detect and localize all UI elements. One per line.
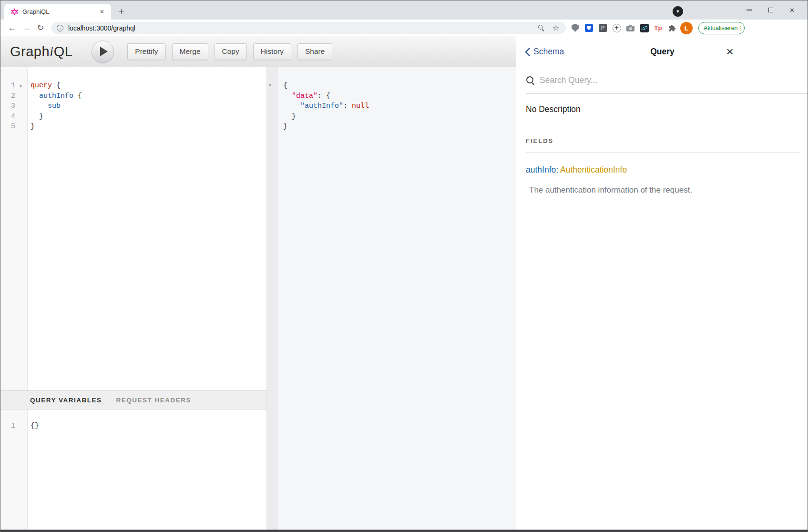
graphiql-topbar: GraphiQL Prettify Merge Copy History Sha… xyxy=(0,36,516,67)
fold-arrow-icon[interactable]: ▾ xyxy=(20,81,28,92)
query-editor[interactable]: 1▾query {2 authInfo {3 sub4 }5} xyxy=(0,67,266,390)
code-text: } xyxy=(281,122,516,132)
browser-tab[interactable]: GraphiQL × xyxy=(4,4,111,20)
code-text: sub xyxy=(28,101,266,112)
line-number: 5 xyxy=(0,122,20,132)
camera-extension-icon[interactable] xyxy=(624,25,637,31)
execute-query-button[interactable] xyxy=(92,41,114,63)
extensions-row: P + Tp L xyxy=(568,20,694,36)
fold-gutter xyxy=(20,101,28,112)
field-type-link[interactable]: AuthenticationInfo xyxy=(560,165,627,174)
code-text: { xyxy=(281,81,516,91)
browser-window: GraphiQL × + ▼ × ← → ↻ i localhost:3000/… xyxy=(0,0,808,532)
fold-gutter xyxy=(20,122,28,132)
doc-search-box xyxy=(526,67,808,94)
tab-search-button[interactable]: ▼ xyxy=(673,6,683,17)
update-label: Aktualisieren xyxy=(704,25,738,31)
reload-button[interactable]: ↻ xyxy=(34,21,47,34)
new-tab-button[interactable]: + xyxy=(115,5,128,19)
code-line: 4 } xyxy=(0,112,266,122)
type-description: No Description xyxy=(526,104,799,114)
line-number: 1 xyxy=(0,421,20,431)
copy-button[interactable]: Copy xyxy=(215,43,247,60)
code-line: 3 sub xyxy=(0,101,266,112)
fold-gutter xyxy=(20,112,28,122)
zoom-icon[interactable] xyxy=(538,24,545,31)
code-text: } xyxy=(28,112,266,122)
line-number: 2 xyxy=(0,91,20,102)
search-icon xyxy=(526,76,535,85)
maximize-button[interactable] xyxy=(760,0,781,20)
extensions-puzzle-icon[interactable] xyxy=(665,24,679,32)
code-text: query { xyxy=(28,81,266,92)
field-name-link[interactable]: authInfo xyxy=(526,165,556,174)
react-devtools-icon[interactable] xyxy=(637,24,651,32)
code-text: "authInfo": null xyxy=(281,101,516,112)
variables-editor[interactable]: 1{} xyxy=(0,409,266,531)
merge-button[interactable]: Merge xyxy=(172,43,208,60)
close-window-button[interactable]: × xyxy=(781,0,803,20)
doc-body: No Description FIELDS authInfo: Authenti… xyxy=(516,94,808,195)
result-fold-icon[interactable]: ▾ xyxy=(269,82,271,88)
field-item: authInfo: AuthenticationInfo xyxy=(526,165,799,175)
doc-explorer-header: Schema Query × xyxy=(516,36,808,67)
tab-strip: GraphiQL × + ▼ × xyxy=(0,0,808,20)
code-line: "data": { xyxy=(278,91,516,102)
minimize-icon xyxy=(747,10,752,10)
window-bottom-edge xyxy=(0,530,808,532)
tab-query-variables[interactable]: QUERY VARIABLES xyxy=(30,397,102,404)
adblock-shield-icon[interactable] xyxy=(568,24,582,32)
close-icon: × xyxy=(790,6,795,14)
tab-close-icon[interactable]: × xyxy=(98,8,106,16)
doc-close-button[interactable]: × xyxy=(720,36,739,67)
page-info-icon[interactable]: i xyxy=(57,25,63,31)
window-controls: × xyxy=(738,0,803,20)
line-number: 1 xyxy=(0,81,20,92)
line-number: 4 xyxy=(0,112,20,122)
fields-heading: FIELDS xyxy=(526,137,799,153)
browser-update-button[interactable]: Aktualisieren ⋮ xyxy=(698,22,745,34)
code-line: 5} xyxy=(0,122,266,132)
tab-title: GraphiQL xyxy=(22,8,98,15)
tp-extension-icon[interactable]: Tp xyxy=(651,24,665,31)
code-text: "data": { xyxy=(281,91,516,102)
share-button[interactable]: Share xyxy=(297,43,332,60)
forward-button[interactable]: → xyxy=(20,21,33,34)
code-text: {} xyxy=(28,421,266,431)
code-text: authInfo { xyxy=(28,91,266,102)
doc-panel-title: Query xyxy=(516,36,808,67)
code-line: } xyxy=(278,112,516,122)
history-button[interactable]: History xyxy=(253,43,291,60)
bookmark-star-icon[interactable]: ☆ xyxy=(552,23,559,32)
minimize-button[interactable] xyxy=(738,0,760,20)
code-line: 1{} xyxy=(0,421,266,431)
browser-toolbar: ← → ↻ i localhost:3000/graphql ☆ P + Tp … xyxy=(0,20,808,36)
back-button[interactable]: ← xyxy=(5,21,19,34)
result-viewer: { "data": { "authInfo": null }} xyxy=(278,67,516,531)
prettify-button[interactable]: Prettify xyxy=(127,43,165,60)
address-bar[interactable]: i localhost:3000/graphql ☆ xyxy=(51,22,566,34)
graphiql-toolbar-buttons: Prettify Merge Copy History Share xyxy=(127,43,332,60)
doc-search-input[interactable] xyxy=(540,75,745,85)
profile-avatar[interactable]: L xyxy=(679,22,694,34)
graphql-favicon-icon xyxy=(11,8,18,15)
code-text: } xyxy=(281,112,516,122)
play-icon xyxy=(100,47,108,56)
variables-tab-bar: QUERY VARIABLES REQUEST HEADERS xyxy=(0,390,266,409)
tab-request-headers[interactable]: REQUEST HEADERS xyxy=(116,397,192,404)
pane-divider[interactable] xyxy=(266,67,278,531)
code-line: "authInfo": null xyxy=(278,101,516,112)
code-line: } xyxy=(278,122,516,132)
field-colon: : xyxy=(556,165,560,174)
p-extension-icon[interactable]: P xyxy=(596,24,610,32)
move-extension-icon[interactable]: + xyxy=(610,24,624,32)
code-line: 1▾query { xyxy=(0,81,266,91)
bitwarden-icon[interactable] xyxy=(582,24,596,32)
doc-explorer-panel: Schema Query × No Description FIELDS aut… xyxy=(516,36,808,531)
code-line: 2 authInfo { xyxy=(0,91,266,102)
url-text[interactable]: localhost:3000/graphql xyxy=(68,24,135,32)
maximize-icon xyxy=(768,8,773,12)
field-description: The authentication information of the re… xyxy=(529,185,799,195)
fold-gutter xyxy=(20,421,28,431)
fold-gutter xyxy=(20,91,28,102)
